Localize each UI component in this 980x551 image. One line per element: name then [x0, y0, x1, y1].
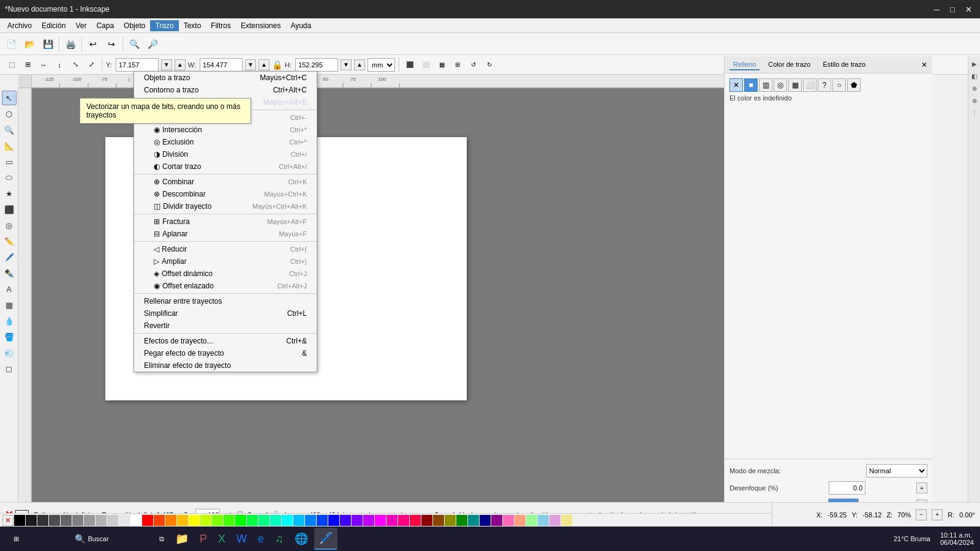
taskbar-excel[interactable]: X [213, 528, 230, 550]
desenfoque-increment[interactable]: + [916, 482, 927, 493]
align-btn4[interactable]: ⊞ [451, 58, 464, 72]
menu-trazo[interactable]: Trazo [150, 20, 178, 31]
h-decrement[interactable]: ▼ [341, 59, 352, 70]
3d-box-tool[interactable]: ⬛ [2, 202, 17, 217]
palette-color[interactable] [526, 515, 537, 526]
align-btn3[interactable]: ▦ [435, 58, 448, 72]
blend-select[interactable]: Normal Multiply Screen Overlay [866, 464, 927, 478]
w-decrement[interactable]: ▼ [245, 59, 256, 70]
menu-edicion[interactable]: Edición [37, 20, 70, 31]
palette-color[interactable] [154, 515, 165, 526]
tab-relleno[interactable]: Relleno [729, 59, 760, 70]
minimize-button[interactable]: ─ [930, 2, 943, 16]
menu-reducir[interactable]: ◁Reducir Ctrl+( [134, 243, 317, 255]
palette-color[interactable] [363, 515, 374, 526]
menu-capa[interactable]: Capa [91, 20, 119, 31]
start-button[interactable]: ⊞ [2, 528, 29, 550]
palette-color[interactable] [445, 515, 456, 526]
ellipse-tool[interactable]: ⬭ [2, 170, 17, 185]
palette-color[interactable] [549, 515, 560, 526]
palette-color[interactable] [305, 515, 316, 526]
palette-color[interactable] [538, 515, 549, 526]
rect-tool[interactable]: ▭ [2, 154, 17, 169]
menu-exclusion[interactable]: ◎Exclusión Ctrl+^ [134, 136, 317, 148]
y-decrement[interactable]: ▼ [161, 59, 172, 70]
redo-button[interactable]: ↪ [103, 36, 120, 53]
palette-color[interactable] [37, 515, 48, 526]
unit-select[interactable]: mm px cm pt [368, 58, 395, 72]
fill-flat-btn[interactable]: ■ [744, 78, 758, 92]
palette-color[interactable] [282, 515, 293, 526]
palette-color[interactable] [352, 515, 363, 526]
transform-btn1[interactable]: ⬚ [5, 58, 18, 72]
palette-color[interactable] [410, 515, 421, 526]
menu-descombinar[interactable]: ⊗Descombinar Mayús+Ctrl+K [134, 188, 317, 200]
taskbar-chrome[interactable]: 🌐 [290, 528, 313, 550]
menu-pegar-efecto[interactable]: Pegar efecto de trayecto & [134, 347, 317, 359]
palette-color[interactable] [61, 515, 72, 526]
print-button[interactable]: 🖨️ [62, 36, 79, 53]
taskbar-edge[interactable]: e [253, 528, 269, 550]
taskbar-spotify[interactable]: ♫ [270, 528, 288, 550]
palette-color[interactable] [49, 515, 60, 526]
paint-bucket-tool[interactable]: 🪣 [2, 329, 17, 344]
datetime[interactable]: 10:11 a.m. 06/04/2024 [937, 531, 978, 546]
undo-button[interactable]: ↩ [85, 36, 102, 53]
menu-revertir[interactable]: Revertir [134, 320, 317, 332]
taskbar-powerpoint[interactable]: P [195, 528, 212, 550]
pen-tool[interactable]: 🖊️ [2, 250, 17, 264]
taskview-button[interactable]: ⧉ [154, 528, 169, 550]
palette-color[interactable] [96, 515, 107, 526]
transform-btn5[interactable]: ⤡ [69, 58, 82, 72]
transform-btn4[interactable]: ↕ [53, 58, 66, 72]
gradient-tool[interactable]: ▦ [2, 298, 17, 312]
tab-estilo-trazo[interactable]: Estilo de trazo [819, 59, 869, 70]
fill-linear-btn[interactable]: ▥ [759, 78, 772, 92]
y-increment[interactable]: ▲ [175, 59, 186, 70]
palette-color[interactable] [293, 515, 304, 526]
palette-color[interactable] [72, 515, 83, 526]
palette-color[interactable] [26, 515, 37, 526]
palette-color[interactable] [84, 515, 95, 526]
transform-btn2[interactable]: ⊞ [21, 58, 34, 72]
palette-color[interactable] [258, 515, 270, 526]
y-input[interactable] [116, 58, 159, 72]
menu-ver[interactable]: Ver [70, 20, 91, 31]
rotate-cw-btn[interactable]: ↻ [483, 58, 496, 72]
menu-rellenar[interactable]: Rellenar entre trayectos [134, 295, 317, 307]
align-btn2[interactable]: ⬜ [419, 58, 432, 72]
palette-color[interactable] [200, 515, 211, 526]
rt-btn3[interactable]: ⊗ [970, 96, 979, 105]
w-increment[interactable]: ▲ [258, 59, 270, 70]
palette-color[interactable] [165, 515, 176, 526]
palette-color[interactable] [468, 515, 479, 526]
menu-ayuda[interactable]: Ayuda [285, 20, 316, 31]
palette-color[interactable] [340, 515, 351, 526]
menu-cortar-trazo[interactable]: ◐Cortar trazo Ctrl+Alt+/ [134, 160, 317, 173]
menu-dividir-trayecto[interactable]: ◫Dividir trayecto Mayús+Ctrl+Alt+K [134, 200, 317, 212]
zoom-out-button[interactable]: 🔎 [144, 36, 161, 53]
menu-archivo[interactable]: Archivo [2, 20, 37, 31]
fill-paint-btn[interactable]: ○ [832, 78, 846, 92]
fill-shader-btn[interactable]: ⬟ [847, 78, 861, 92]
palette-color[interactable] [503, 515, 514, 526]
palette-color[interactable] [270, 515, 281, 526]
menu-simplificar[interactable]: Simplificar Ctrl+L [134, 307, 317, 320]
menu-interseccion[interactable]: ◉Intersección Ctrl+* [134, 124, 317, 136]
pencil-tool[interactable]: ✏️ [2, 234, 17, 249]
palette-color[interactable] [491, 515, 502, 526]
fill-pattern-btn[interactable]: ▦ [788, 78, 802, 92]
node-tool[interactable]: ⬡ [2, 107, 17, 121]
menu-objeto[interactable]: Objeto [119, 20, 150, 31]
fill-unknown-btn[interactable]: ? [818, 78, 831, 92]
rotate-ccw-btn[interactable]: ↺ [467, 58, 480, 72]
fill-swatch-btn[interactable]: ⬜ [803, 78, 816, 92]
palette-color[interactable] [119, 515, 130, 526]
menu-objeto-a-trazo[interactable]: Objeto a trazo Mayús+Ctrl+C [134, 72, 317, 84]
maximize-button[interactable]: □ [946, 2, 959, 16]
fill-radial-btn[interactable]: ◎ [774, 78, 787, 92]
transform-btn3[interactable]: ↔ [37, 58, 50, 72]
align-btn1[interactable]: ⬛ [403, 58, 417, 72]
measure-tool[interactable]: 📐 [2, 138, 17, 153]
palette-color[interactable] [433, 515, 444, 526]
